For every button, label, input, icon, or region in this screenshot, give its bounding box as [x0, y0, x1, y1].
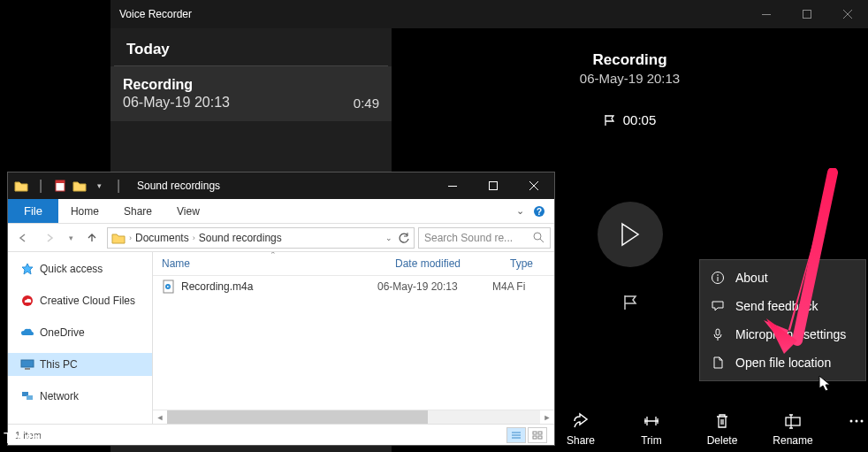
folder-icon	[111, 232, 126, 244]
svg-rect-25	[533, 436, 537, 439]
tab-view[interactable]: View	[164, 199, 212, 223]
svg-point-3	[850, 420, 853, 423]
tab-share[interactable]: Share	[111, 199, 164, 223]
tab-file[interactable]: File	[8, 199, 58, 223]
details-view-button[interactable]	[506, 427, 526, 443]
flag-icon	[604, 114, 616, 126]
file-icon	[711, 356, 725, 370]
menu-about[interactable]: About	[700, 264, 865, 292]
crumb-folder[interactable]: Sound recordings	[199, 232, 282, 244]
svg-point-4	[856, 420, 858, 423]
menu-feedback-label: Send feedback	[735, 299, 818, 313]
network-icon	[20, 389, 34, 403]
maximize-button[interactable]	[473, 172, 514, 199]
svg-rect-12	[490, 182, 498, 190]
minimize-button[interactable]	[746, 0, 787, 28]
svg-point-5	[861, 420, 864, 423]
svg-point-15	[534, 233, 541, 240]
svg-rect-18	[25, 368, 30, 370]
this-pc-icon	[20, 357, 34, 372]
nav-up-button[interactable]	[80, 227, 103, 249]
svg-rect-20	[27, 395, 33, 400]
icons-view-button[interactable]	[528, 427, 547, 443]
close-button[interactable]	[827, 0, 868, 28]
column-name[interactable]: Name	[153, 252, 386, 275]
trim-button[interactable]: Trim	[629, 411, 674, 447]
share-label: Share	[567, 434, 595, 447]
more-icon	[847, 411, 866, 431]
minimize-button[interactable]	[432, 172, 473, 199]
maximize-button[interactable]	[787, 0, 827, 28]
rename-icon	[783, 411, 803, 431]
crumb-documents[interactable]: Documents	[135, 232, 189, 244]
column-type[interactable]: Type	[501, 252, 554, 275]
audio-file-icon	[162, 280, 176, 294]
explorer-ribbon: File Home Share View ⌄ ?	[8, 199, 554, 224]
recording-list-item[interactable]: Recording 06-May-19 20:13 0:49	[110, 66, 392, 121]
chevron-right-icon[interactable]: ›	[193, 234, 195, 242]
item-title: Recording	[123, 77, 379, 93]
today-header: Today	[114, 28, 388, 66]
scrollbar-left-button[interactable]: ◄	[153, 413, 167, 422]
rename-button[interactable]: Rename	[771, 411, 815, 447]
svg-rect-11	[448, 186, 457, 187]
feedback-icon	[711, 299, 725, 313]
menu-microphone-settings[interactable]: Microphone settings	[700, 320, 865, 349]
qat-divider: |	[33, 176, 49, 195]
explorer-address-bar: ▾ › Documents › Sound recordings ⌄ Searc…	[8, 224, 554, 252]
nav-creative-cloud[interactable]: Creative Cloud Files	[8, 289, 152, 312]
svg-rect-17	[21, 360, 34, 367]
play-button[interactable]	[598, 202, 663, 267]
info-icon	[711, 271, 725, 285]
search-icon	[533, 232, 544, 243]
delete-label: Delete	[707, 434, 738, 447]
close-button[interactable]	[514, 172, 554, 199]
file-date: 06-May-19 20:13	[377, 280, 492, 293]
menu-feedback[interactable]: Send feedback	[700, 292, 865, 320]
search-placeholder: Search Sound re...	[424, 232, 533, 244]
chevron-right-icon[interactable]: ›	[129, 234, 132, 242]
refresh-icon[interactable]	[398, 232, 410, 244]
new-folder-icon[interactable]	[72, 176, 88, 195]
nav-this-pc[interactable]: This PC	[8, 353, 152, 376]
position-text: 00:05	[623, 112, 657, 127]
address-dropdown-icon[interactable]: ⌄	[385, 234, 392, 242]
svg-rect-0	[762, 14, 771, 15]
address-box[interactable]: › Documents › Sound recordings ⌄	[107, 227, 415, 249]
explorer-titlebar[interactable]: | ▾ | Sound recordings	[8, 172, 554, 199]
file-list-header: Name Date modified Type	[153, 252, 554, 276]
nav-back-button[interactable]	[11, 227, 34, 249]
explorer-title: Sound recordings	[137, 180, 220, 192]
nav-forward-button[interactable]	[38, 227, 61, 249]
qat-dropdown-icon[interactable]: ▾	[91, 176, 107, 195]
tab-home[interactable]: Home	[58, 199, 111, 223]
search-input[interactable]: Search Sound re...	[418, 227, 551, 249]
item-datetime: 06-May-19 20:13	[123, 95, 230, 111]
ribbon-expand-icon[interactable]: ⌄	[516, 205, 524, 217]
delete-button[interactable]: Delete	[700, 411, 744, 447]
file-row[interactable]: Recording.m4a 06-May-19 20:13 M4A Fi	[153, 276, 554, 297]
nav-network[interactable]: Network	[8, 385, 152, 408]
column-date[interactable]: Date modified	[386, 252, 501, 275]
file-explorer-window: | ▾ | Sound recordings File Home Share V…	[7, 172, 555, 446]
play-icon	[620, 222, 641, 247]
nav-recent-dropdown[interactable]: ▾	[65, 227, 77, 249]
scrollbar-right-button[interactable]: ►	[540, 413, 554, 422]
nav-quick-access[interactable]: Quick access	[8, 257, 152, 280]
help-icon[interactable]: ?	[533, 205, 545, 218]
share-button[interactable]: Share	[559, 411, 603, 447]
svg-text:?: ?	[537, 207, 542, 217]
detail-title: Recording	[592, 51, 666, 69]
file-name: Recording.m4a	[181, 280, 253, 293]
rename-label: Rename	[773, 434, 812, 447]
menu-open-file-location[interactable]: Open file location	[700, 349, 865, 377]
horizontal-scrollbar[interactable]	[167, 410, 540, 425]
more-button[interactable]	[841, 411, 868, 447]
menu-openloc-label: Open file location	[735, 356, 831, 370]
properties-icon[interactable]	[52, 176, 68, 195]
share-icon	[571, 411, 590, 431]
nav-onedrive[interactable]: OneDrive	[8, 321, 152, 344]
add-marker-button[interactable]	[621, 294, 639, 311]
item-duration: 0:49	[354, 96, 379, 111]
svg-rect-1	[803, 11, 811, 19]
